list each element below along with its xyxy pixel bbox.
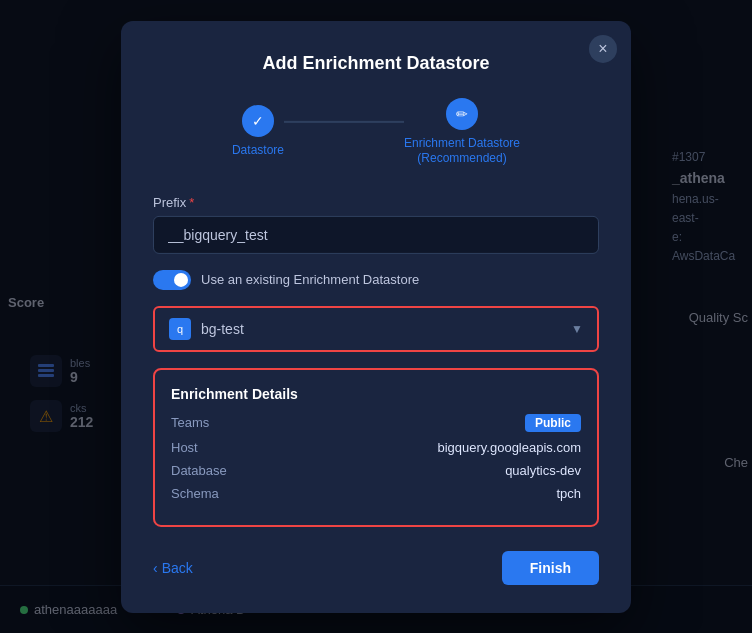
teams-badge: Public xyxy=(525,414,581,432)
step-enrichment: ✏ Enrichment Datastore (Recommended) xyxy=(404,97,520,166)
close-button[interactable]: × xyxy=(589,34,617,62)
check-icon: ✓ xyxy=(252,113,264,129)
step1-circle: ✓ xyxy=(242,105,274,137)
toggle-thumb xyxy=(174,273,188,287)
host-value: bigquery.googleapis.com xyxy=(437,440,581,455)
enrichment-details-box: Enrichment Details Teams Public Host big… xyxy=(153,368,599,527)
close-icon: × xyxy=(598,39,607,57)
step-connector xyxy=(284,121,404,123)
dropdown-brand-icon: q xyxy=(169,318,191,340)
dropdown-left: q bg-test xyxy=(169,318,244,340)
schema-value: tpch xyxy=(556,486,581,501)
detail-row-teams: Teams Public xyxy=(171,414,581,432)
prefix-input[interactable] xyxy=(153,216,599,254)
prefix-label: Prefix * xyxy=(153,195,599,210)
chevron-left-icon: ‹ xyxy=(153,560,158,576)
step2-label: Enrichment Datastore (Recommended) xyxy=(404,135,520,166)
datastore-dropdown[interactable]: q bg-test ▼ xyxy=(155,308,597,350)
database-key: Database xyxy=(171,463,227,478)
detail-row-host: Host bigquery.googleapis.com xyxy=(171,440,581,455)
finish-label: Finish xyxy=(530,560,571,576)
step1-label: Datastore xyxy=(232,143,284,159)
chevron-down-icon: ▼ xyxy=(571,322,583,336)
finish-button[interactable]: Finish xyxy=(502,551,599,585)
enrichment-details-title: Enrichment Details xyxy=(171,386,581,402)
host-key: Host xyxy=(171,440,198,455)
detail-row-schema: Schema tpch xyxy=(171,486,581,501)
toggle-label: Use an existing Enrichment Datastore xyxy=(201,272,419,287)
stepper: ✓ Datastore ✏ Enrichment Datastore (Reco… xyxy=(153,97,599,166)
modal-footer: ‹ Back Finish xyxy=(153,551,599,585)
datastore-dropdown-container: q bg-test ▼ xyxy=(153,306,599,352)
toggle-row: Use an existing Enrichment Datastore xyxy=(153,270,599,290)
back-label: Back xyxy=(162,560,193,576)
back-button[interactable]: ‹ Back xyxy=(153,560,193,576)
required-star: * xyxy=(189,195,194,210)
database-value: qualytics-dev xyxy=(505,463,581,478)
step-datastore: ✓ Datastore xyxy=(232,105,284,159)
existing-datastore-toggle[interactable] xyxy=(153,270,191,290)
dropdown-value: bg-test xyxy=(201,321,244,337)
edit-icon: ✏ xyxy=(456,105,468,121)
detail-row-database: Database qualytics-dev xyxy=(171,463,581,478)
schema-key: Schema xyxy=(171,486,219,501)
teams-key: Teams xyxy=(171,415,209,430)
modal-title: Add Enrichment Datastore xyxy=(153,52,599,73)
modal-dialog: × Add Enrichment Datastore ✓ Datastore ✏… xyxy=(121,20,631,612)
step2-circle: ✏ xyxy=(446,97,478,129)
